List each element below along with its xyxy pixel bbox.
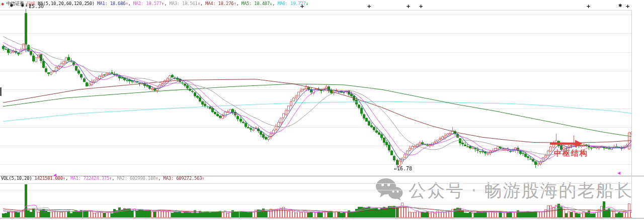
chart-canvas[interactable] <box>0 0 644 220</box>
stock-chart-window: 公众号 · 畅游股海的老船长 ✱ 中信证券 日线 MA(5,10,20,60,1… <box>0 0 644 220</box>
